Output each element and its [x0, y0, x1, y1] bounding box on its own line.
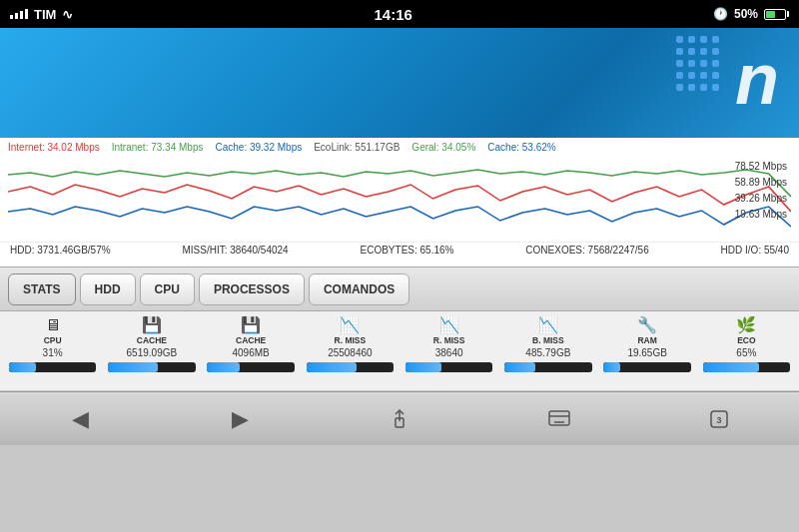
- stat-bar-bg-1: [108, 362, 196, 372]
- logo-letter: n: [735, 38, 779, 120]
- stat-icon-1: 💾: [142, 317, 162, 333]
- stat-value-0: 31%: [43, 347, 63, 358]
- stat-bar-fill-4: [405, 362, 441, 372]
- tab-hdd[interactable]: HDD: [80, 273, 136, 305]
- clock-icon: 🕐: [713, 7, 728, 21]
- share-icon: [389, 408, 410, 430]
- stat-icon-7: 🌿: [736, 317, 756, 333]
- cache-pct-label: Cache: 53.62%: [487, 142, 555, 153]
- status-right: 🕐 50%: [713, 7, 789, 21]
- stat-label-4: R. MISS: [433, 335, 465, 345]
- stat-misshit: MISS/HIT: 38640/54024: [182, 245, 288, 256]
- stat-bar-fill-3: [307, 362, 358, 372]
- stat-item-7: 🌿 ECO 65%: [698, 317, 795, 372]
- back-icon: ◀: [72, 406, 89, 432]
- chart-labels: Internet: 34.02 Mbps Intranet: 73.34 Mbp…: [0, 138, 799, 157]
- chart-bottom-stats: HDD: 3731.46GB/57% MISS/HIT: 38640/54024…: [0, 242, 799, 258]
- right-label-2: 58.89 Mbps: [735, 175, 787, 191]
- app-header: n: [0, 28, 799, 138]
- tabs-icon: 3: [708, 408, 730, 430]
- stat-icon-0: 🖥: [45, 317, 61, 333]
- stat-item-3: 📉 R. MISS 25508460: [302, 317, 399, 372]
- stat-value-4: 38640: [435, 347, 463, 358]
- stat-icon-5: 📉: [538, 317, 558, 333]
- status-bar: TIM ∿ 14:16 🕐 50%: [0, 0, 799, 28]
- battery-icon: [764, 9, 789, 20]
- stat-bar-bg-5: [504, 362, 592, 372]
- bookmarks-icon: [547, 408, 571, 430]
- stat-item-1: 💾 CACHE 6519.09GB: [103, 317, 200, 372]
- stat-value-7: 65%: [736, 347, 756, 358]
- stat-value-1: 6519.09GB: [127, 347, 178, 358]
- stat-label-0: CPU: [44, 335, 62, 345]
- back-button[interactable]: ◀: [55, 399, 105, 439]
- share-button[interactable]: [375, 399, 424, 439]
- stat-item-6: 🔧 RAM 19.65GB: [599, 317, 696, 372]
- stat-hddio: HDD I/O: 55/40: [721, 245, 789, 256]
- tabs-button[interactable]: 3: [694, 399, 744, 439]
- status-time: 14:16: [374, 6, 411, 23]
- stat-bar-fill-7: [703, 362, 760, 372]
- svg-rect-1: [549, 411, 569, 425]
- stat-bar-fill-2: [207, 362, 239, 372]
- chart-right-labels: 78.52 Mbps 58.89 Mbps 39.26 Mbps 19.63 M…: [731, 157, 791, 225]
- stats-row: 🖥 CPU 31% 💾 CACHE 6519.09GB 💾 CACHE 4096…: [0, 311, 799, 391]
- stat-label-3: R. MISS: [335, 335, 367, 345]
- tab-cpu[interactable]: CPU: [140, 273, 195, 305]
- stat-bar-bg-7: [703, 362, 791, 372]
- stat-item-2: 💾 CACHE 4096MB: [203, 317, 300, 372]
- intranet-label: Intranet: 73.34 Mbps: [112, 142, 204, 153]
- chart-canvas: 78.52 Mbps 58.89 Mbps 39.26 Mbps 19.63 M…: [8, 157, 791, 242]
- stat-conexoes: CONEXOES: 7568/2247/56: [525, 245, 648, 256]
- stat-value-6: 19.65GB: [627, 347, 666, 358]
- carrier-label: TIM: [34, 7, 56, 22]
- internet-label: Internet: 34.02 Mbps: [8, 142, 100, 153]
- stat-hdd: HDD: 3731.46GB/57%: [10, 245, 111, 256]
- svg-text:3: 3: [716, 415, 721, 425]
- stat-icon-4: 📉: [439, 317, 459, 333]
- tab-processos[interactable]: PROCESSOS: [199, 273, 305, 305]
- bottom-nav: ◀ ▶ 3: [0, 391, 799, 445]
- ecolink-label: EcoLink: 551.17GB: [314, 142, 400, 153]
- stat-label-2: CACHE: [236, 335, 266, 345]
- stat-label-7: ECO: [737, 335, 755, 345]
- stat-label-6: RAM: [637, 335, 656, 345]
- forward-icon: ▶: [232, 406, 249, 432]
- stat-item-5: 📉 B. MISS 485.79GB: [499, 317, 596, 372]
- bookmarks-button[interactable]: [534, 399, 584, 439]
- stat-value-3: 25508460: [328, 347, 373, 358]
- stat-bar-bg-3: [307, 362, 395, 372]
- stat-bar-bg-0: [9, 362, 97, 372]
- wifi-icon: ∿: [62, 7, 73, 22]
- stat-bar-bg-6: [603, 362, 691, 372]
- stat-item-4: 📉 R. MISS 38640: [400, 317, 497, 372]
- battery-percent: 50%: [734, 7, 758, 21]
- right-label-3: 39.26 Mbps: [735, 191, 787, 207]
- stat-bar-bg-2: [207, 362, 295, 372]
- stat-bar-fill-1: [108, 362, 158, 372]
- stat-value-2: 4096MB: [233, 347, 270, 358]
- stat-bar-fill-5: [504, 362, 535, 372]
- logo-dots: [676, 36, 719, 96]
- chart-wrapper: 78.52 Mbps 58.89 Mbps 39.26 Mbps 19.63 M…: [0, 157, 799, 258]
- stat-label-5: B. MISS: [532, 335, 564, 345]
- stat-bar-fill-6: [603, 362, 620, 372]
- forward-button[interactable]: ▶: [215, 399, 265, 439]
- right-label-4: 19.63 Mbps: [735, 207, 787, 223]
- tab-stats[interactable]: STATS: [8, 273, 76, 305]
- stat-label-1: CACHE: [137, 335, 167, 345]
- tabs-bar: STATS HDD CPU PROCESSOS COMANDOS: [0, 267, 799, 311]
- stat-item-0: 🖥 CPU 31%: [4, 317, 101, 372]
- stat-bar-bg-4: [405, 362, 493, 372]
- stat-ecobytes: ECOBYTES: 65.16%: [361, 245, 454, 256]
- tab-comandos[interactable]: COMANDOS: [309, 273, 409, 305]
- chart-area: Internet: 34.02 Mbps Intranet: 73.34 Mbp…: [0, 138, 799, 267]
- stat-icon-2: 💾: [241, 317, 261, 333]
- stat-icon-3: 📉: [340, 317, 360, 333]
- stat-bar-fill-0: [9, 362, 36, 372]
- stat-value-5: 485.79GB: [525, 347, 570, 358]
- right-label-1: 78.52 Mbps: [735, 159, 787, 175]
- signal-bars: [10, 9, 28, 19]
- cache-label: Cache: 39.32 Mbps: [215, 142, 302, 153]
- stat-icon-6: 🔧: [637, 317, 657, 333]
